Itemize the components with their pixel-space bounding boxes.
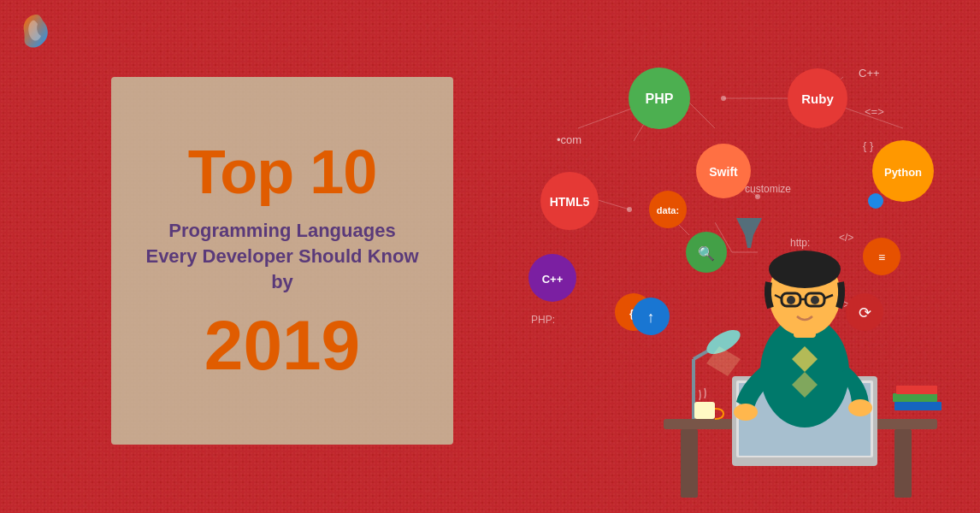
year-text: 2019 [204, 310, 360, 380]
svg-text:PHP:: PHP: [531, 314, 555, 326]
svg-text:</>: </> [839, 232, 853, 244]
svg-text:PHP: PHP [646, 91, 674, 106]
svg-point-71 [734, 404, 758, 421]
svg-text:data:: data: [657, 205, 679, 215]
svg-point-75 [769, 251, 841, 288]
svg-rect-65 [894, 402, 942, 410]
svg-text:http:: http: [790, 237, 810, 249]
svg-point-72 [848, 399, 872, 416]
brand-logo [15, 10, 58, 53]
svg-text:customize: customize [745, 183, 791, 195]
illustration-svg: •com PHP Ruby C++ customize <=> { } Pyth… [475, 51, 954, 504]
svg-marker-45 [745, 235, 753, 248]
content-box: Top 10 Programming Languages Every Devel… [111, 77, 453, 445]
svg-text:⟳: ⟳ [859, 304, 871, 321]
svg-text:🔍: 🔍 [698, 245, 715, 262]
svg-rect-66 [893, 393, 937, 402]
svg-text:Swift: Swift [709, 165, 738, 179]
svg-rect-64 [694, 402, 715, 419]
subtitle-text: Programming Languages Every Developer Sh… [145, 218, 419, 294]
title-top: Top 10 [188, 141, 377, 203]
svg-rect-55 [894, 429, 912, 498]
svg-point-81 [787, 296, 795, 304]
svg-marker-44 [736, 218, 762, 235]
svg-text:≡: ≡ [878, 251, 885, 264]
illustration-area: •com PHP Ruby C++ customize <=> { } Pyth… [475, 51, 954, 504]
svg-text:HTML5: HTML5 [550, 195, 590, 209]
svg-point-14 [627, 207, 632, 212]
svg-text:<=>: <=> [865, 105, 884, 118]
svg-text:Ruby: Ruby [801, 91, 834, 106]
svg-text:↑: ↑ [647, 309, 655, 326]
svg-point-82 [811, 296, 819, 304]
svg-point-12 [721, 96, 726, 101]
svg-text:C++: C++ [859, 67, 880, 80]
svg-text:C++: C++ [542, 273, 564, 286]
svg-text:Python: Python [884, 166, 922, 179]
svg-text:{ }: { } [863, 139, 874, 152]
svg-rect-54 [681, 429, 698, 498]
svg-text:•com: •com [557, 133, 582, 146]
svg-point-52 [868, 193, 883, 209]
svg-rect-67 [896, 386, 937, 394]
